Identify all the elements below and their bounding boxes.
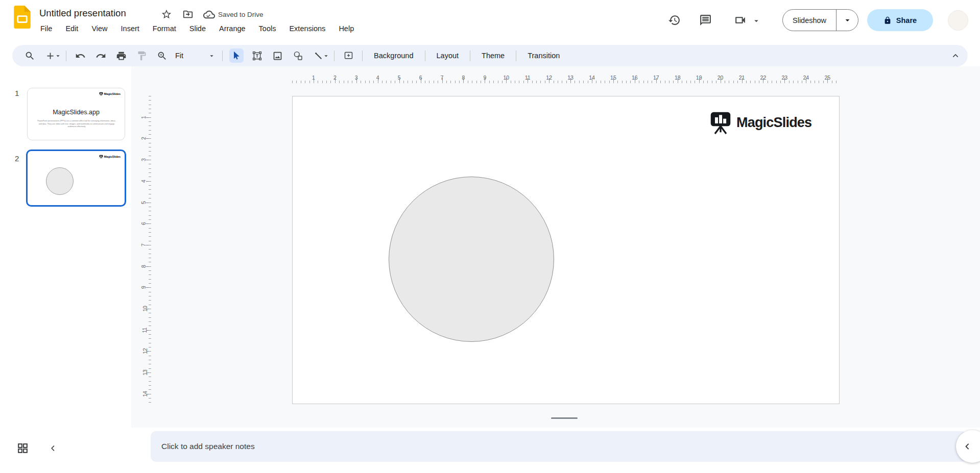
zoom-select[interactable]: Fit (175, 52, 216, 60)
collapse-filmstrip-icon[interactable] (48, 443, 58, 453)
new-slide-arrow-icon[interactable] (54, 52, 61, 60)
magicslides-logo-icon (709, 111, 732, 134)
v-ruler-tick (146, 372, 151, 373)
theme-button[interactable]: Theme (474, 48, 512, 63)
insert-shape-button[interactable] (291, 48, 305, 63)
google-slides-logo-icon[interactable] (14, 6, 31, 29)
slide-2-thumbnail-selected[interactable]: MagicSlides (26, 150, 126, 207)
menu-slide[interactable]: Slide (183, 23, 212, 34)
canvas-workspace: 1234567891011121314151617181920212223242… (131, 66, 980, 428)
google-slides-app: Untitled presentation Saved to Drive Fil… (0, 0, 980, 473)
h-ruler-tick (592, 78, 592, 83)
speaker-notes-bar[interactable]: Click to add speaker notes (151, 431, 967, 462)
text-box-button[interactable] (250, 48, 264, 63)
v-ruler-tick (146, 138, 151, 139)
grid-view-icon[interactable] (16, 442, 29, 455)
call-options-arrow-icon[interactable] (752, 16, 761, 26)
account-avatar[interactable] (948, 10, 968, 31)
divider (362, 51, 363, 61)
move-folder-icon[interactable] (182, 9, 194, 20)
menu-extensions[interactable]: Extensions (282, 23, 332, 34)
search-menus-icon[interactable] (22, 48, 37, 63)
background-button[interactable]: Background (366, 48, 421, 63)
v-ruler-tick (146, 394, 151, 394)
v-ruler-tick (146, 330, 151, 331)
slide-2-number: 2 (15, 154, 19, 163)
menu-edit[interactable]: Edit (59, 23, 85, 34)
comments-icon[interactable] (699, 14, 712, 27)
chevron-left-icon (962, 441, 972, 452)
slide-filmstrip: 1 MagicSlides MagicSlides.app PowerPoint… (0, 66, 131, 473)
h-ruler-tick (613, 78, 614, 83)
menu-bar: File Edit View Insert Format Slide Arran… (34, 23, 361, 34)
thumbnail-circle-shape (46, 167, 74, 195)
h-ruler-tick (549, 78, 549, 83)
version-history-icon[interactable] (668, 14, 681, 27)
h-ruler-tick (656, 78, 657, 83)
v-ruler-tick (146, 160, 151, 160)
h-ruler: 1234567891011121314151617181920212223242… (292, 74, 840, 83)
h-ruler-tick (378, 78, 378, 83)
slide-canvas[interactable]: MagicSlides (292, 96, 840, 404)
speaker-notes-placeholder[interactable]: Click to add speaker notes (151, 442, 255, 451)
top-bar: Untitled presentation Saved to Drive Fil… (0, 0, 980, 45)
toolbar: Fit (12, 45, 968, 66)
h-ruler-tick (399, 78, 400, 83)
transition-button[interactable]: Transition (520, 48, 567, 63)
magicslides-logo-icon (99, 155, 103, 159)
circle-shape[interactable] (389, 177, 554, 342)
print-button[interactable] (114, 48, 128, 63)
cloud-saved-icon[interactable] (203, 9, 214, 20)
menu-format[interactable]: Format (146, 23, 183, 34)
divider (334, 51, 334, 61)
slideshow-split-button: Slideshow (782, 9, 858, 31)
menu-tools[interactable]: Tools (252, 23, 283, 34)
slideshow-button[interactable]: Slideshow (783, 10, 836, 31)
menu-arrange[interactable]: Arrange (212, 23, 252, 34)
thumbnail-title: MagicSlides.app (28, 109, 125, 116)
insert-image-button[interactable] (270, 48, 284, 63)
lock-icon (883, 16, 892, 24)
star-icon[interactable] (161, 9, 172, 20)
h-ruler-tick (356, 78, 357, 83)
paint-format-button[interactable] (134, 48, 149, 63)
v-ruler-tick (146, 309, 151, 309)
menu-view[interactable]: View (85, 23, 114, 34)
h-ruler-tick (335, 78, 336, 83)
redo-button[interactable] (93, 48, 108, 63)
h-ruler-tick (721, 78, 721, 83)
menu-help[interactable]: Help (332, 23, 361, 34)
magicslides-logo-icon (99, 92, 103, 96)
zoom-icon[interactable] (155, 48, 169, 63)
collapse-toolbar-icon[interactable] (950, 51, 961, 61)
saved-status[interactable]: Saved to Drive (218, 11, 264, 18)
divider (470, 51, 470, 61)
v-ruler-tick (146, 245, 151, 245)
thumbnail-body-text: PowerPoint presentations (PPTs) are a co… (37, 119, 116, 128)
h-ruler-tick (806, 78, 806, 83)
v-ruler-tick (146, 203, 151, 203)
divider (222, 51, 223, 61)
layout-button[interactable]: Layout (429, 48, 467, 63)
slide-1-number: 1 (15, 89, 19, 97)
slideshow-options-arrow-icon[interactable] (836, 10, 858, 31)
document-title[interactable]: Untitled presentation (39, 8, 126, 19)
share-button[interactable]: Share (867, 9, 933, 31)
insert-line-arrow-icon[interactable] (322, 52, 329, 60)
v-ruler: 1234567891011121314 (142, 96, 151, 404)
h-ruler-tick (421, 78, 421, 83)
share-button-label: Share (896, 16, 917, 24)
menu-insert[interactable]: Insert (114, 23, 146, 34)
join-call-icon[interactable] (734, 14, 747, 27)
h-ruler-tick (742, 78, 743, 83)
insert-comment-button[interactable] (341, 48, 355, 63)
slide-1-thumbnail[interactable]: MagicSlides MagicSlides.app PowerPoint p… (27, 88, 125, 140)
undo-button[interactable] (73, 48, 87, 63)
menu-file[interactable]: File (34, 23, 59, 34)
v-ruler-tick (146, 287, 151, 288)
v-ruler-tick (146, 117, 151, 118)
select-tool-button[interactable] (229, 48, 244, 63)
notes-resize-handle[interactable] (551, 417, 578, 419)
h-ruler-tick (442, 78, 443, 83)
divider (516, 51, 516, 61)
